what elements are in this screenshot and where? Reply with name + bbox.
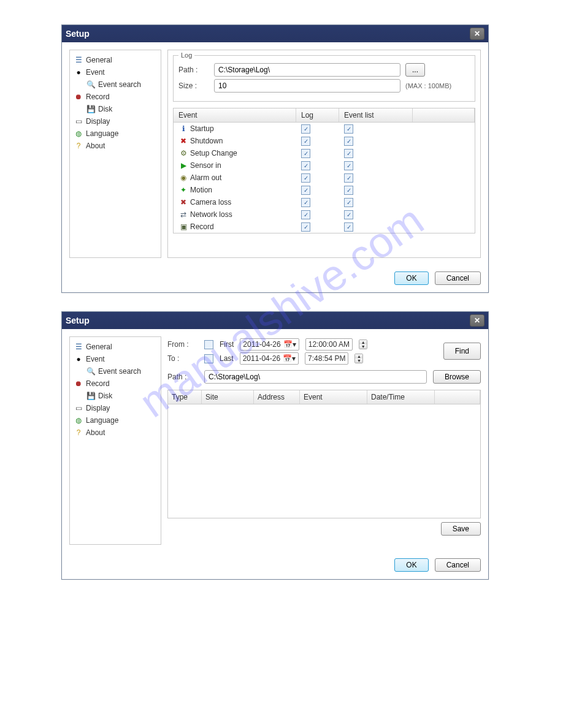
dialog-footer: OK Cancel <box>62 552 488 579</box>
to-date-picker[interactable]: 2011-04-26 📅▾ <box>240 352 299 365</box>
motion-icon: ✦ <box>178 185 188 195</box>
eventlist-checkbox[interactable]: ✓ <box>344 222 353 232</box>
log-size-input[interactable] <box>214 79 400 93</box>
from-label: From : <box>167 340 198 349</box>
cancel-button[interactable]: Cancel <box>435 271 481 285</box>
sidebar-item-about[interactable]: ?About <box>72 140 158 152</box>
sidebar-item-eventsearch[interactable]: 🔍Event search <box>72 365 158 377</box>
col-event-list: Event list <box>339 108 413 122</box>
browse-button[interactable]: ... <box>405 63 425 77</box>
sidebar-item-label: General <box>86 343 112 351</box>
find-button[interactable]: Find <box>443 343 481 360</box>
display-icon: ▭ <box>74 116 83 126</box>
cancel-button[interactable]: Cancel <box>435 558 481 572</box>
sidebar-item-record[interactable]: ⏺Record <box>72 91 158 103</box>
sidebar-item-label: Record <box>86 379 110 388</box>
sidebar: ☰General●Event🔍Event search⏺Record💾Disk▭… <box>69 50 161 258</box>
log-group: Log Path : ... Size : (MAX : 100MB) <box>173 55 475 102</box>
log-checkbox[interactable]: ✓ <box>301 186 310 195</box>
sidebar-item-label: Disk <box>98 105 112 113</box>
from-time-value: 12:00:00 AM <box>308 340 350 349</box>
language-icon: ◍ <box>74 415 83 425</box>
log-checkbox[interactable]: ✓ <box>301 161 310 170</box>
max-hint: (MAX : 100MB) <box>405 82 451 89</box>
general-icon: ☰ <box>74 55 83 65</box>
eventlist-checkbox[interactable]: ✓ <box>344 198 353 207</box>
dialog-title: Setup <box>66 316 90 325</box>
from-date-value: 2011-04-26 <box>243 340 280 349</box>
first-checkbox[interactable] <box>204 340 213 349</box>
sidebar-item-disk[interactable]: 💾Disk <box>72 103 158 115</box>
results-body <box>167 404 481 518</box>
sidebar-item-general[interactable]: ☰General <box>72 341 158 353</box>
about-icon: ? <box>74 428 83 438</box>
sidebar-item-label: Event search <box>98 80 141 89</box>
disk-icon: 💾 <box>86 391 96 401</box>
col-log: Log <box>296 108 339 122</box>
sidebar-item-label: General <box>86 56 112 64</box>
sidebar-item-event[interactable]: ●Event <box>72 66 158 78</box>
from-date-picker[interactable]: 2011-04-26 📅▾ <box>240 338 299 351</box>
col-type: Type <box>168 390 202 404</box>
eventsearch-icon: 🔍 <box>86 366 96 376</box>
sidebar-item-label: Language <box>86 416 118 425</box>
close-button[interactable]: ✕ <box>470 28 484 40</box>
results-header: Type Site Address Event Date/Time <box>167 390 481 404</box>
sidebar-item-label: Event search <box>98 367 141 376</box>
log-checkbox[interactable]: ✓ <box>301 149 310 158</box>
eventlist-checkbox[interactable]: ✓ <box>344 124 353 134</box>
sidebar: ☰General●Event🔍Event search⏺Record💾Disk▭… <box>69 336 161 545</box>
display-icon: ▭ <box>74 403 83 413</box>
log-checkbox[interactable]: ✓ <box>301 173 310 183</box>
to-time-spinner[interactable]: ▲▼ <box>354 354 363 363</box>
search-path-input[interactable] <box>204 370 427 384</box>
sidebar-item-event[interactable]: ●Event <box>72 353 158 365</box>
log-checkbox[interactable]: ✓ <box>301 137 310 146</box>
log-checkbox[interactable]: ✓ <box>301 124 310 134</box>
sidebar-item-language[interactable]: ◍Language <box>72 127 158 140</box>
calendar-icon: 📅▾ <box>283 340 296 349</box>
sidebar-item-display[interactable]: ▭Display <box>72 402 158 414</box>
eventlist-checkbox[interactable]: ✓ <box>344 149 353 158</box>
to-time-value: 7:48:54 PM <box>308 354 345 363</box>
record-icon: ▣ <box>178 222 188 232</box>
log-checkbox[interactable]: ✓ <box>301 210 310 219</box>
event-label: Setup Change <box>190 149 237 157</box>
event-row: ✦Motion✓✓ <box>174 184 475 196</box>
sidebar-item-record[interactable]: ⏺Record <box>72 377 158 390</box>
log-group-title: Log <box>178 51 194 59</box>
about-icon: ? <box>74 141 83 151</box>
close-button[interactable]: ✕ <box>470 314 484 327</box>
save-button[interactable]: Save <box>441 522 481 536</box>
eventlist-checkbox[interactable]: ✓ <box>344 161 353 170</box>
ok-button[interactable]: OK <box>394 558 428 572</box>
log-checkbox[interactable]: ✓ <box>301 198 310 207</box>
setup-icon: ⚙ <box>178 148 188 158</box>
alarm-icon: ◉ <box>178 173 188 183</box>
error-icon: ✖ <box>178 136 188 146</box>
sidebar-item-language[interactable]: ◍Language <box>72 414 158 427</box>
log-checkbox[interactable]: ✓ <box>301 222 310 232</box>
eventlist-checkbox[interactable]: ✓ <box>344 210 353 219</box>
browse-button[interactable]: Browse <box>433 370 481 384</box>
to-time-input[interactable]: 7:48:54 PM <box>305 352 348 365</box>
last-checkbox[interactable] <box>204 354 213 363</box>
eventlist-checkbox[interactable]: ✓ <box>344 137 353 146</box>
last-label: Last <box>220 354 234 363</box>
eventlist-checkbox[interactable]: ✓ <box>344 173 353 183</box>
sidebar-item-eventsearch[interactable]: 🔍Event search <box>72 78 158 91</box>
from-time-spinner[interactable]: ▲▼ <box>359 339 367 349</box>
ok-button[interactable]: OK <box>394 271 428 285</box>
sidebar-item-display[interactable]: ▭Display <box>72 115 158 127</box>
close-icon: ✕ <box>474 29 480 38</box>
sidebar-item-disk[interactable]: 💾Disk <box>72 390 158 402</box>
log-path-input[interactable] <box>214 63 400 77</box>
event-label: Network loss <box>190 210 232 219</box>
eventlist-checkbox[interactable]: ✓ <box>344 186 353 195</box>
from-time-input[interactable]: 12:00:00 AM <box>305 338 353 351</box>
camera-icon: ✖ <box>178 197 188 207</box>
event-icon: ● <box>74 67 83 77</box>
sidebar-item-general[interactable]: ☰General <box>72 54 158 66</box>
sidebar-item-about[interactable]: ?About <box>72 427 158 439</box>
col-address: Address <box>254 390 300 404</box>
